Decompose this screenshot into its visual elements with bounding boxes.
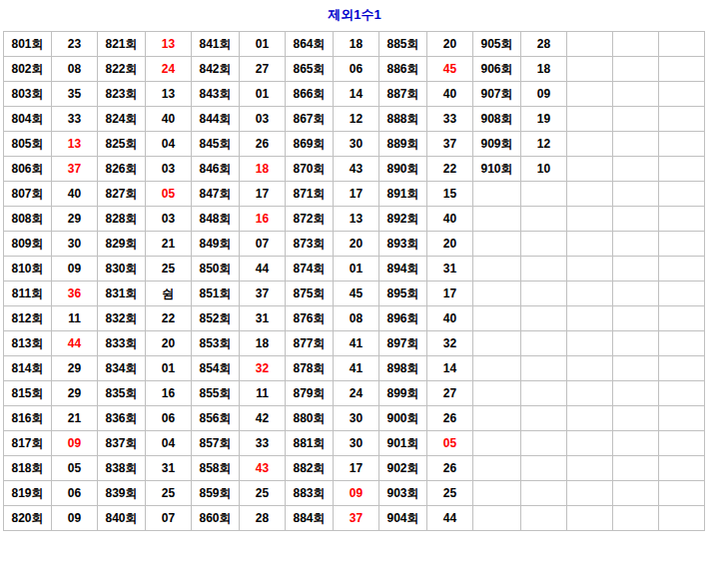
table-row: 815회29835회16855회11879회24899회27: [4, 381, 705, 406]
round-value-cell: 13: [146, 32, 192, 57]
table-row: 807회40827회05847회17871회17891회15: [4, 182, 705, 207]
round-label-cell: 839회: [98, 481, 146, 506]
round-label-cell: 864회: [286, 32, 334, 57]
round-value-cell: 09: [52, 431, 98, 456]
round-label-cell: 903회: [379, 481, 427, 506]
round-label-cell: 869회: [286, 132, 334, 157]
round-value-cell: 43: [240, 456, 286, 481]
round-value-cell: 25: [146, 481, 192, 506]
round-value-cell: [521, 331, 567, 356]
round-label-cell: 891회: [379, 182, 427, 207]
round-label-cell: 894회: [379, 257, 427, 282]
round-label-cell: 838회: [98, 456, 146, 481]
empty-cell: [659, 57, 705, 82]
table-row: 817회09837회04857회33881회30901회05: [4, 431, 705, 456]
round-value-cell: 06: [52, 481, 98, 506]
round-label-cell: 901회: [379, 431, 427, 456]
round-label-cell: 850회: [192, 257, 240, 282]
round-value-cell: 10: [521, 157, 567, 182]
round-label-cell: 819회: [4, 481, 52, 506]
round-value-cell: 04: [146, 431, 192, 456]
round-label-cell: 871회: [286, 182, 334, 207]
round-label-cell: 801회: [4, 32, 52, 57]
round-label-cell: 898회: [379, 356, 427, 381]
round-value-cell: 01: [240, 82, 286, 107]
empty-cell: [659, 331, 705, 356]
round-value-cell: 17: [334, 182, 379, 207]
round-value-cell: [521, 282, 567, 306]
round-label-cell: 909회: [473, 132, 521, 157]
round-label-cell: 807회: [4, 182, 52, 207]
round-value-cell: 01: [146, 356, 192, 381]
round-value-cell: 40: [52, 182, 98, 207]
round-value-cell: 06: [146, 406, 192, 431]
round-value-cell: [521, 506, 567, 531]
round-label-cell: 815회: [4, 381, 52, 406]
round-label-cell: 848회: [192, 207, 240, 232]
round-value-cell: 20: [427, 32, 473, 57]
empty-cell: [567, 82, 613, 107]
round-value-cell: 08: [52, 57, 98, 82]
round-label-cell: 835회: [98, 381, 146, 406]
table-row: 819회06839회25859회25883회09903회25: [4, 481, 705, 506]
round-value-cell: 17: [240, 182, 286, 207]
round-label-cell: 859회: [192, 481, 240, 506]
round-label-cell: 830회: [98, 257, 146, 282]
round-value-cell: [521, 182, 567, 207]
round-label-cell: 879회: [286, 381, 334, 406]
empty-cell: [613, 331, 659, 356]
round-value-cell: 25: [427, 481, 473, 506]
table-row: 801회23821회13841회01864회18885회20905회28: [4, 32, 705, 57]
round-label-cell: 890회: [379, 157, 427, 182]
empty-cell: [567, 431, 613, 456]
round-label-cell: 889회: [379, 132, 427, 157]
round-value-cell: [521, 232, 567, 257]
round-label-cell: 884회: [286, 506, 334, 531]
round-value-cell: 22: [146, 306, 192, 331]
empty-cell: [659, 232, 705, 257]
round-value-cell: 44: [427, 506, 473, 531]
round-value-cell: 28: [240, 506, 286, 531]
empty-cell: [613, 406, 659, 431]
table-row: 808회29828회03848회16872회13892회40: [4, 207, 705, 232]
round-value-cell: 41: [334, 356, 379, 381]
round-label-cell: 905회: [473, 32, 521, 57]
round-label-cell: 888회: [379, 107, 427, 132]
round-label-cell: 849회: [192, 232, 240, 257]
empty-cell: [567, 282, 613, 306]
round-label-cell: 856회: [192, 406, 240, 431]
round-label-cell: [473, 431, 521, 456]
round-label-cell: 823회: [98, 82, 146, 107]
round-value-cell: 05: [52, 456, 98, 481]
empty-cell: [659, 506, 705, 531]
round-value-cell: [521, 306, 567, 331]
round-value-cell: 03: [146, 207, 192, 232]
round-label-cell: [473, 306, 521, 331]
round-value-cell: [521, 257, 567, 282]
round-value-cell: [521, 406, 567, 431]
round-label-cell: [473, 356, 521, 381]
round-value-cell: [521, 431, 567, 456]
empty-cell: [613, 32, 659, 57]
round-label-cell: 817회: [4, 431, 52, 456]
round-value-cell: 40: [146, 107, 192, 132]
empty-cell: [613, 481, 659, 506]
round-value-cell: 35: [52, 82, 98, 107]
empty-cell: [659, 306, 705, 331]
round-label-cell: 840회: [98, 506, 146, 531]
round-label-cell: 854회: [192, 356, 240, 381]
empty-cell: [567, 406, 613, 431]
round-value-cell: 31: [427, 257, 473, 282]
round-value-cell: 37: [52, 157, 98, 182]
round-value-cell: 14: [334, 82, 379, 107]
empty-cell: [659, 456, 705, 481]
round-value-cell: 41: [334, 331, 379, 356]
round-value-cell: 19: [521, 107, 567, 132]
round-value-cell: 44: [52, 331, 98, 356]
round-label-cell: 874회: [286, 257, 334, 282]
round-label-cell: 826회: [98, 157, 146, 182]
round-value-cell: 11: [52, 306, 98, 331]
empty-cell: [613, 431, 659, 456]
empty-cell: [567, 331, 613, 356]
round-value-cell: 40: [427, 82, 473, 107]
